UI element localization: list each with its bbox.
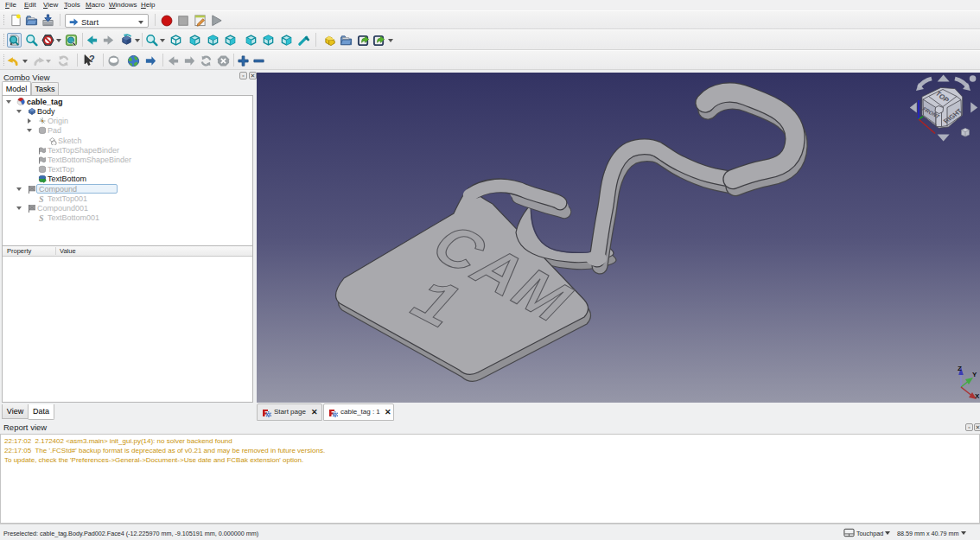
svg-text:S: S	[39, 194, 44, 203]
svg-text:Y: Y	[972, 371, 977, 378]
svg-text:X: X	[975, 392, 980, 400]
svg-text:S: S	[39, 213, 44, 222]
svg-text:Z: Z	[958, 365, 962, 372]
